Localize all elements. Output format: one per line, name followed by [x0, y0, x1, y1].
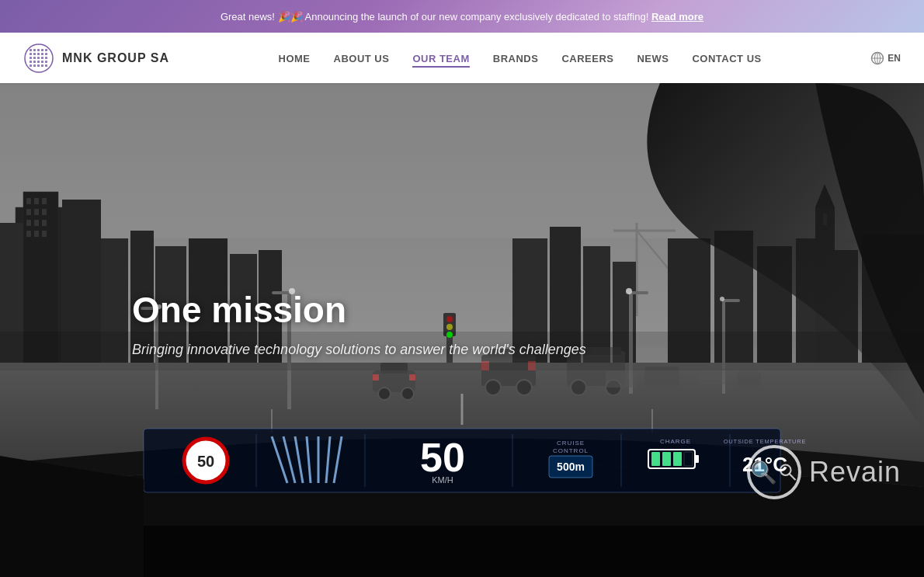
logo-text: MNK GROUP SA: [62, 51, 169, 65]
svg-text:KM/H: KM/H: [432, 475, 453, 485]
hero-subtitle: Bringing innovative technology solutions…: [132, 342, 586, 358]
svg-text:50: 50: [197, 453, 214, 470]
svg-rect-4: [41, 49, 43, 51]
svg-rect-41: [34, 209, 39, 215]
svg-line-146: [789, 474, 794, 479]
hero-section: 50 50 KM/H CRUISE CONTROL 500m C: [0, 83, 924, 577]
svg-rect-109: [606, 370, 637, 388]
announcement-message: Announcing the launch of our new company…: [305, 11, 649, 23]
svg-rect-12: [33, 57, 36, 59]
announcement-cta[interactable]: Read more: [651, 11, 703, 23]
svg-rect-98: [409, 374, 415, 381]
logo-icon: [23, 43, 54, 74]
svg-rect-3: [37, 49, 40, 51]
logo[interactable]: MNK GROUP SA: [23, 43, 169, 74]
svg-point-96: [401, 388, 414, 400]
svg-rect-2: [33, 49, 36, 51]
nav-link-careers[interactable]: CAREERS: [561, 53, 613, 64]
svg-point-101: [485, 380, 501, 395]
navbar: MNK GROUP SA HOME ABOUT US OUR TEAM BRAN…: [0, 33, 924, 83]
nav-item-careers[interactable]: CAREERS: [561, 51, 613, 65]
svg-rect-14: [41, 57, 43, 59]
svg-rect-15: [45, 57, 47, 59]
svg-rect-1: [30, 49, 32, 51]
svg-text:CONTROL: CONTROL: [553, 447, 589, 454]
svg-rect-138: [662, 452, 671, 466]
revain-brand: Revain: [809, 456, 901, 488]
revain-icon: [747, 445, 801, 499]
announcement-prefix: Great news! 🎉🎉: [221, 11, 303, 23]
svg-rect-8: [37, 53, 40, 55]
nav-link-contact[interactable]: CONTACT US: [692, 53, 761, 64]
svg-rect-86: [723, 299, 740, 302]
globe-icon: [870, 51, 884, 65]
svg-rect-39: [42, 198, 47, 204]
nav-link-news[interactable]: NEWS: [637, 53, 669, 64]
nav-item-home[interactable]: HOME: [279, 51, 311, 65]
svg-text:500m: 500m: [557, 461, 585, 473]
language-label: EN: [888, 53, 901, 64]
nav-links: HOME ABOUT US OUR TEAM BRANDS CAREERS NE…: [279, 51, 762, 65]
nav-link-brands[interactable]: BRANDS: [493, 53, 539, 64]
svg-rect-37: [26, 198, 31, 204]
svg-rect-47: [34, 231, 39, 237]
svg-rect-11: [30, 57, 32, 59]
hero-text: One mission Bringing innovative technolo…: [132, 289, 586, 358]
svg-point-102: [516, 380, 532, 395]
svg-text:CHARGE: CHARGE: [660, 438, 691, 445]
svg-rect-13: [37, 57, 40, 59]
nav-link-team[interactable]: OUR TEAM: [412, 53, 469, 68]
svg-text:CRUISE: CRUISE: [557, 440, 585, 447]
nav-item-news[interactable]: NEWS: [637, 51, 669, 65]
svg-rect-23: [37, 64, 40, 67]
svg-point-95: [378, 388, 391, 400]
svg-rect-6: [30, 53, 32, 55]
nav-item-contact[interactable]: CONTACT US: [692, 51, 761, 65]
svg-text:OUTSIDE TEMPERATURE: OUTSIDE TEMPERATURE: [724, 438, 807, 445]
revain-watermark: Revain: [747, 445, 901, 499]
svg-rect-16: [30, 61, 32, 63]
svg-rect-22: [33, 64, 36, 67]
nav-item-about[interactable]: ABOUT US: [334, 51, 390, 65]
hero-title: One mission: [132, 289, 586, 331]
svg-rect-20: [45, 61, 47, 63]
svg-rect-136: [695, 455, 699, 463]
svg-text:50: 50: [420, 435, 465, 480]
svg-rect-48: [42, 231, 47, 237]
announcement-text: Great news! 🎉🎉 Announcing the launch of …: [221, 11, 703, 23]
svg-rect-19: [41, 61, 43, 63]
svg-rect-139: [673, 452, 682, 466]
nav-link-about[interactable]: ABOUT US: [334, 53, 390, 64]
svg-rect-111: [699, 369, 726, 384]
announcement-banner: Great news! 🎉🎉 Announcing the launch of …: [0, 0, 924, 33]
svg-rect-38: [34, 198, 39, 204]
search-circle-icon: [777, 457, 798, 488]
svg-rect-17: [33, 61, 36, 63]
svg-rect-97: [373, 374, 379, 381]
svg-rect-44: [34, 220, 39, 226]
svg-rect-83: [630, 291, 648, 294]
nav-item-team[interactable]: OUR TEAM: [412, 51, 469, 65]
svg-rect-9: [41, 53, 43, 55]
svg-rect-40: [26, 209, 31, 215]
svg-rect-45: [42, 220, 47, 226]
svg-rect-112: [738, 372, 761, 386]
svg-rect-5: [45, 49, 47, 51]
svg-rect-25: [45, 64, 47, 67]
svg-point-84: [626, 288, 632, 294]
svg-rect-43: [26, 220, 31, 226]
svg-rect-21: [30, 64, 32, 67]
svg-rect-46: [26, 231, 31, 237]
svg-rect-18: [37, 61, 40, 63]
nav-item-brands[interactable]: BRANDS: [493, 51, 539, 65]
svg-rect-10: [45, 53, 47, 55]
svg-rect-42: [42, 209, 47, 215]
svg-rect-7: [33, 53, 36, 55]
nav-link-home[interactable]: HOME: [279, 53, 311, 64]
svg-rect-137: [651, 452, 660, 466]
language-switcher[interactable]: EN: [870, 51, 901, 65]
svg-rect-24: [41, 64, 43, 67]
svg-point-87: [720, 297, 724, 301]
svg-point-107: [571, 380, 586, 395]
